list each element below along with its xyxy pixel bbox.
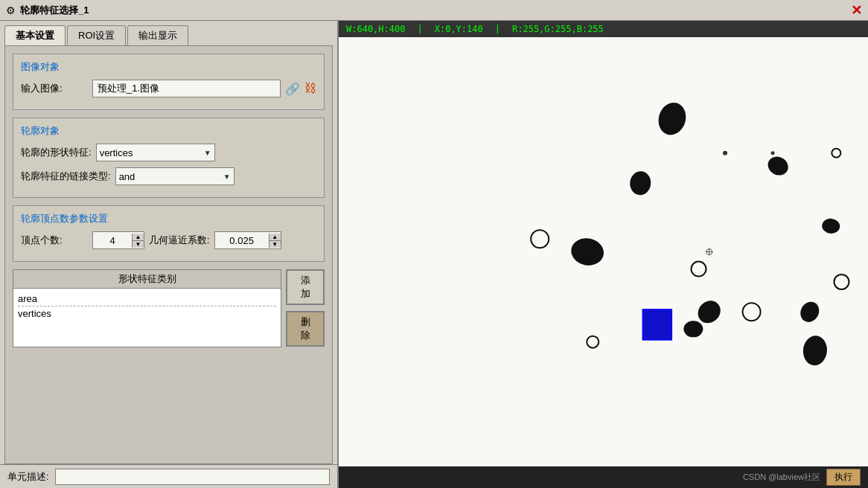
contour-object-section: 轮廓对象 轮廓的形状特征: vertices ▼ 轮廓特征的链接类型: and … (13, 118, 325, 198)
link-icon[interactable]: 🔗 (285, 82, 300, 96)
list-item[interactable]: area (18, 292, 276, 306)
link-type-row: 轮廓特征的链接类型: and ▼ (21, 167, 316, 185)
tab-bar: 基本设置 ROI设置 输出显示 (0, 21, 337, 45)
execute-button[interactable]: 执行 (826, 469, 861, 486)
image-position: X:0,Y:140 (435, 24, 483, 34)
feature-list-body: area vertices (13, 288, 281, 347)
tab-output-display[interactable]: 输出显示 (127, 25, 188, 45)
shape-feature-select[interactable]: vertices ▼ (96, 144, 215, 161)
input-image-row: 输入图像: 预处理_1.图像 🔗 ⛓ (21, 80, 316, 97)
unlink-icon[interactable]: ⛓ (304, 82, 316, 95)
add-button[interactable]: 添加 (286, 269, 325, 305)
gear-icon: ⚙ (6, 4, 16, 16)
main-container: 基本设置 ROI设置 输出显示 图像对象 输入图像: 预处理_1.图像 🔗 ⛓ (0, 21, 868, 488)
description-input[interactable] (55, 469, 330, 485)
approx-coeff-value: 0.025 (215, 235, 269, 246)
feature-list-col: 形状特征类别 area vertices (13, 269, 281, 347)
right-panel: W:640,H:400 | X:0,Y:140 | R:255,G:255,B:… (339, 21, 868, 488)
image-info-bar: W:640,H:400 | X:0,Y:140 | R:255,G:255,B:… (339, 21, 868, 37)
vertices-count-spinbox[interactable]: 4 ▲ ▼ (92, 231, 144, 249)
info-separator-2: | (495, 24, 500, 34)
bottom-label: 单元描述: (7, 470, 49, 484)
window-title: 轮廓特征选择_1 (20, 4, 89, 17)
image-object-section: 图像对象 输入图像: 预处理_1.图像 🔗 ⛓ (13, 54, 325, 110)
chevron-down-icon-2: ▼ (223, 173, 231, 181)
shape-feature-label: 轮廓的形状特征: (21, 146, 92, 159)
list-item[interactable]: vertices (18, 306, 276, 321)
link-type-select[interactable]: and ▼ (115, 167, 234, 185)
feature-list-area: 形状特征类别 area vertices 添加 删除 (13, 269, 325, 347)
scene-canvas (339, 37, 868, 466)
tab-content: 图像对象 输入图像: 预处理_1.图像 🔗 ⛓ 轮廓对象 轮廓的形状特征: ve… (4, 45, 333, 464)
approx-coeff-label: 几何逼近系数: (149, 234, 210, 247)
vertices-count-up[interactable]: ▲ (133, 234, 144, 241)
contour-object-title: 轮廓对象 (21, 124, 316, 138)
image-dimensions: W:640,H:400 (346, 24, 405, 34)
tab-basic-settings[interactable]: 基本设置 (4, 25, 66, 45)
image-footer: CSDN @labview社区 执行 (339, 466, 868, 488)
vertices-params-row: 顶点个数: 4 ▲ ▼ 几何逼近系数: 0.025 ▲ ▼ (21, 231, 316, 249)
info-separator-1: | (417, 24, 422, 34)
link-type-label: 轮廓特征的链接类型: (21, 170, 111, 183)
list-buttons: 添加 删除 (286, 269, 325, 347)
bottom-bar: 单元描述: (0, 464, 337, 488)
approx-coeff-down[interactable]: ▼ (269, 241, 281, 248)
delete-button[interactable]: 删除 (286, 311, 325, 347)
vertices-count-down[interactable]: ▼ (133, 241, 144, 248)
image-color: R:255,G:255,B:255 (512, 24, 604, 34)
tab-roi-settings[interactable]: ROI设置 (67, 25, 126, 45)
close-button[interactable]: ✕ (851, 2, 862, 19)
vertices-params-section: 轮廓顶点数参数设置 顶点个数: 4 ▲ ▼ 几何逼近系数: 0.025 (13, 205, 325, 262)
approx-coeff-spinbox[interactable]: 0.025 ▲ ▼ (214, 231, 281, 249)
vertices-count-label: 顶点个数: (21, 234, 88, 247)
input-image-label: 输入图像: (21, 82, 88, 95)
shape-feature-row: 轮廓的形状特征: vertices ▼ (21, 144, 316, 161)
feature-list-header: 形状特征类别 (13, 269, 281, 288)
canvas-area (339, 37, 868, 466)
vertices-count-value: 4 (93, 235, 132, 246)
input-image-value: 预处理_1.图像 (92, 80, 281, 97)
chevron-down-icon: ▼ (204, 149, 211, 157)
vertices-params-title: 轮廓顶点数参数设置 (21, 212, 316, 225)
watermark: CSDN @labview社区 (743, 472, 820, 483)
left-panel: 基本设置 ROI设置 输出显示 图像对象 输入图像: 预处理_1.图像 🔗 ⛓ (0, 21, 339, 488)
image-object-title: 图像对象 (21, 60, 316, 74)
title-bar: ⚙ 轮廓特征选择_1 ✕ (0, 0, 868, 21)
approx-coeff-up[interactable]: ▲ (269, 234, 281, 241)
